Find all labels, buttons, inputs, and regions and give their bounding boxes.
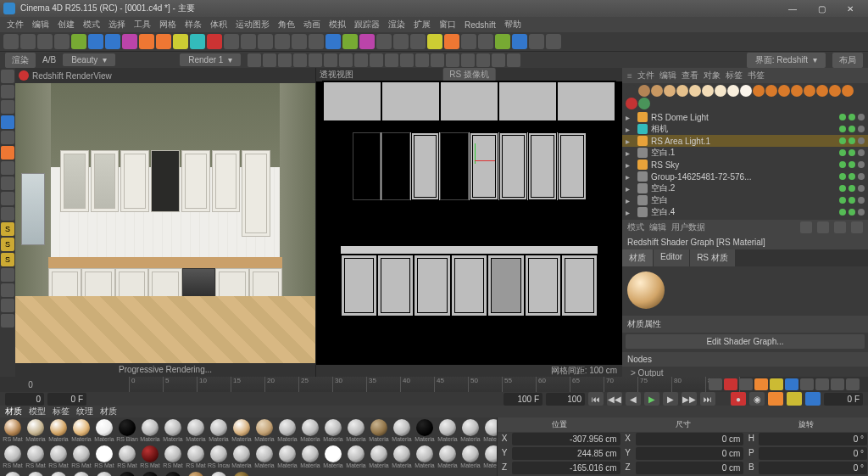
material-53[interactable]: Materia (208, 472, 230, 476)
material-24[interactable]: RS Mat (47, 445, 70, 471)
subtool-9[interactable] (385, 53, 398, 67)
material-27[interactable]: RS Mat (116, 445, 138, 471)
left-tool-3[interactable] (1, 115, 14, 129)
left-tool-2[interactable] (1, 100, 14, 114)
objmgr-tab-4[interactable]: 标签 (726, 70, 743, 81)
subtool-6[interactable] (339, 53, 353, 67)
subtool-14[interactable] (461, 53, 475, 67)
toolbar-button-29[interactable] (495, 34, 510, 49)
menu-18[interactable]: 帮助 (504, 19, 521, 31)
material-3[interactable]: Materia (70, 419, 92, 445)
expand-icon[interactable]: ▸ (626, 184, 634, 193)
menu-16[interactable]: 窗口 (439, 19, 456, 31)
material-50[interactable]: Materia (139, 472, 161, 476)
layer-dot[interactable] (858, 137, 865, 144)
object-row[interactable]: ▸RS Dome Light (622, 111, 868, 123)
tag-swatch-9[interactable] (740, 85, 752, 97)
toolbar-button-20[interactable] (342, 34, 358, 49)
attr-icon[interactable] (851, 221, 863, 233)
menu-7[interactable]: 样条 (185, 19, 202, 31)
tag-swatch-0[interactable] (626, 85, 637, 97)
objmgr-tab-1[interactable]: 编辑 (659, 70, 676, 81)
visibility-editor-dot[interactable] (839, 126, 846, 132)
material-26[interactable]: RS Mat (93, 445, 115, 471)
subtool-16[interactable] (492, 53, 505, 67)
menu-12[interactable]: 模拟 (329, 19, 346, 31)
next-key-button[interactable]: ▶▶ (682, 392, 697, 406)
tag-swatch-14[interactable] (804, 85, 815, 97)
attr-subtab-2[interactable]: RS 材质 (690, 249, 735, 266)
dock-tab-0[interactable]: 材质 (5, 406, 22, 417)
material-1[interactable]: Materia (25, 419, 47, 445)
object-row[interactable]: ▸空白.4 (622, 206, 868, 218)
material-preview-sphere[interactable] (627, 272, 665, 309)
beauty-dropdown[interactable]: Beauty▾ (63, 53, 115, 66)
attr-icon[interactable] (817, 221, 829, 233)
menu-15[interactable]: 扩展 (414, 19, 431, 31)
material-42[interactable]: Materia (459, 445, 481, 471)
left-tool-6[interactable] (1, 161, 14, 175)
toolbar-button-8[interactable] (139, 34, 154, 49)
dock-tab-3[interactable]: 纹理 (76, 406, 93, 417)
left-tool-12[interactable]: S (1, 253, 14, 266)
material-36[interactable]: Materia (322, 445, 344, 471)
layer-dot[interactable] (858, 185, 865, 192)
tag-swatch-2[interactable] (651, 85, 663, 97)
left-tool-11[interactable]: S (1, 238, 14, 251)
objmgr-tab-2[interactable]: 查看 (682, 70, 698, 81)
layer-dot[interactable] (858, 209, 865, 216)
visibility-render-dot[interactable] (849, 114, 855, 120)
left-tool-15[interactable] (1, 299, 14, 312)
visibility-render-dot[interactable] (849, 197, 855, 204)
tag-swatch-8[interactable] (727, 85, 739, 97)
toolbar-button-17[interactable] (292, 34, 307, 49)
visibility-render-dot[interactable] (849, 137, 855, 144)
menu-1[interactable]: 编辑 (32, 19, 49, 31)
subtool-2[interactable] (278, 53, 292, 67)
toolbar-button-32[interactable] (546, 34, 561, 49)
toolbar-button-1[interactable] (20, 34, 36, 49)
tag-swatch-6[interactable] (702, 85, 714, 97)
toolbar-button-24[interactable] (410, 34, 426, 49)
toolbar-button-13[interactable] (224, 34, 239, 49)
transform-gizmo-icon[interactable] (458, 143, 492, 177)
attr-tab-0[interactable]: 用户数据 (671, 221, 705, 233)
visibility-render-dot[interactable] (849, 161, 855, 168)
toolbar-button-26[interactable] (444, 34, 459, 49)
toolbar-button-15[interactable] (258, 34, 273, 49)
attr-subtab-1[interactable]: Editor (654, 249, 689, 266)
record-button[interactable]: ● (731, 392, 746, 406)
prev-key-button[interactable]: ◀◀ (607, 392, 622, 406)
subtool-17[interactable] (507, 53, 520, 67)
menu-0[interactable]: 文件 (7, 19, 24, 31)
material-11[interactable]: Materia (253, 419, 275, 445)
material-19[interactable]: Materia (437, 419, 459, 445)
material-43[interactable]: Materia (482, 445, 497, 471)
menu-2[interactable]: 创建 (58, 19, 75, 31)
material-45[interactable]: Materia (25, 472, 47, 476)
menu-10[interactable]: 角色 (278, 19, 295, 31)
material-12[interactable]: Materia (276, 419, 298, 445)
expand-icon[interactable]: ▸ (626, 208, 634, 217)
menu-17[interactable]: Redshift (465, 20, 496, 30)
tag-swatch-15[interactable] (816, 85, 828, 97)
visibility-render-dot[interactable] (849, 126, 855, 132)
toolbar-button-10[interactable] (173, 34, 188, 49)
track-toggle-5[interactable] (785, 378, 798, 390)
tag-swatch-4[interactable] (676, 85, 688, 97)
key-pos-button[interactable] (768, 392, 783, 406)
expand-icon[interactable]: ▸ (626, 113, 634, 122)
tag-swatch-7[interactable] (715, 85, 726, 97)
material-23[interactable]: RS Mat (25, 445, 47, 471)
frame-in-field[interactable]: 0 (5, 393, 44, 406)
material-40[interactable]: Materia (414, 445, 436, 471)
tag-swatch-3[interactable] (664, 85, 676, 97)
subtool-4[interactable] (309, 53, 322, 67)
toolbar-button-0[interactable] (3, 34, 19, 49)
toolbar-button-30[interactable] (512, 34, 527, 49)
tag-swatch-18[interactable] (626, 98, 637, 109)
layer-dot[interactable] (858, 197, 865, 204)
left-tool-10[interactable]: S (1, 222, 14, 236)
menu-5[interactable]: 工具 (134, 19, 151, 31)
left-tool-16[interactable] (1, 314, 14, 328)
